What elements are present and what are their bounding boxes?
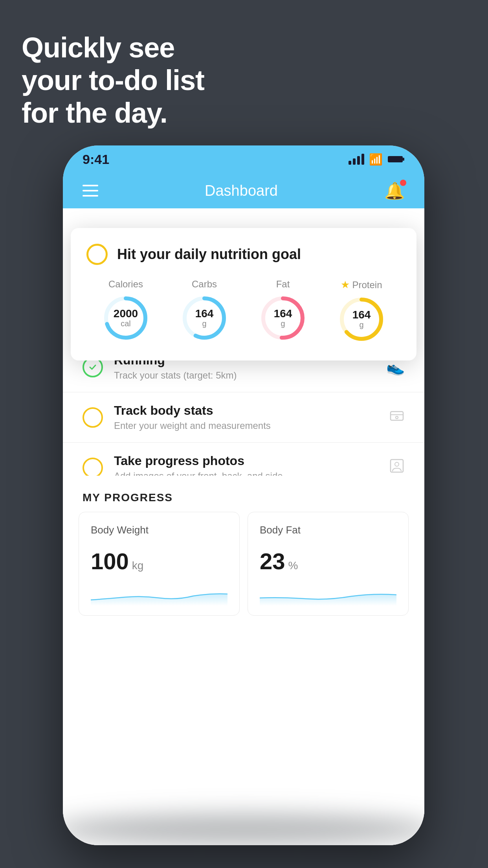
status-bar: 9:41 📶: [63, 145, 424, 173]
protein-label: ★ Protein: [341, 279, 382, 291]
running-sub: Track your stats (target: 5km): [114, 370, 375, 381]
calories-ring: 2000 cal: [102, 294, 149, 342]
body-stats-text: Track body stats Enter your weight and m…: [114, 403, 378, 431]
nutrition-card[interactable]: Hit your daily nutrition goal Calories: [71, 228, 416, 360]
content-background: THINGS TO DO TODAY Hit your daily nutrit…: [63, 208, 424, 845]
calories-label: Calories: [108, 279, 143, 290]
nav-title: Dashboard: [205, 182, 278, 199]
weight-sparkline: [91, 582, 227, 606]
carbs-ring: 164 g: [181, 294, 228, 342]
progress-cards: Body Weight 100 kg: [63, 512, 424, 631]
signal-icon: [349, 154, 364, 165]
weight-number: 100: [91, 548, 129, 574]
progress-section: MY PROGRESS Body Weight 100 kg: [63, 476, 424, 631]
fat-number: 23: [260, 548, 285, 574]
protein-unit: g: [352, 320, 371, 329]
scale-icon: [389, 408, 405, 427]
svg-point-14: [395, 462, 399, 466]
notification-dot: [400, 180, 406, 186]
check-icon: [88, 363, 97, 371]
svg-rect-0: [388, 156, 403, 162]
fat-unit: g: [274, 319, 292, 328]
headline: Quickly see your to-do list for the day.: [22, 31, 204, 129]
svg-rect-1: [403, 158, 404, 161]
card-header: Hit your daily nutrition goal: [86, 244, 401, 265]
fat-card-title: Body Fat: [260, 524, 396, 536]
shoe-icon: 👟: [386, 359, 405, 376]
fat-percent-unit: %: [288, 559, 298, 572]
person-icon: [389, 458, 405, 477]
progress-heading: MY PROGRESS: [63, 476, 424, 512]
fat-value-container: 23 %: [260, 548, 396, 574]
stat-fat: Fat 164 g: [259, 279, 306, 342]
svg-point-12: [396, 416, 398, 419]
body-stats-title: Track body stats: [114, 403, 378, 418]
carbs-unit: g: [195, 319, 214, 328]
battery-icon: [387, 155, 405, 164]
stat-protein: ★ Protein 164 g: [338, 279, 385, 343]
todo-list: Running Track your stats (target: 5km) 👟…: [63, 342, 424, 493]
fat-label: Fat: [276, 279, 290, 290]
todo-item-body-stats[interactable]: Track body stats Enter your weight and m…: [63, 392, 424, 443]
carbs-label: Carbs: [192, 279, 217, 290]
photos-title: Take progress photos: [114, 454, 378, 468]
nutrition-stats: Calories 2000 cal: [86, 279, 401, 343]
nutrition-check-circle[interactable]: [86, 244, 108, 265]
calories-unit: cal: [114, 319, 138, 328]
phone-mockup: 9:41 📶 Dashboard 🔔: [63, 145, 424, 845]
fat-sparkline: [260, 582, 396, 606]
fat-value: 164: [274, 307, 292, 320]
photos-check[interactable]: [83, 458, 103, 478]
stat-carbs: Carbs 164 g: [181, 279, 228, 342]
protein-value: 164: [352, 309, 371, 321]
body-stats-check[interactable]: [83, 407, 103, 428]
body-stats-sub: Enter your weight and measurements: [114, 420, 378, 431]
weight-unit: kg: [132, 559, 144, 572]
status-time: 9:41: [83, 152, 109, 167]
star-icon: ★: [341, 279, 350, 291]
stat-calories: Calories 2000 cal: [102, 279, 149, 342]
wifi-icon: 📶: [369, 153, 383, 166]
fat-ring: 164 g: [259, 294, 306, 342]
progress-card-fat[interactable]: Body Fat 23 %: [248, 512, 409, 616]
notification-button[interactable]: 🔔: [384, 181, 405, 200]
menu-button[interactable]: [83, 185, 98, 197]
status-icons: 📶: [349, 153, 405, 166]
calories-value: 2000: [114, 307, 138, 320]
protein-ring: 164 g: [338, 296, 385, 343]
carbs-value: 164: [195, 307, 214, 320]
weight-value-container: 100 kg: [91, 548, 227, 574]
phone-content: THINGS TO DO TODAY Hit your daily nutrit…: [63, 208, 424, 845]
weight-card-title: Body Weight: [91, 524, 227, 536]
progress-card-weight[interactable]: Body Weight 100 kg: [79, 512, 240, 616]
nutrition-title: Hit your daily nutrition goal: [117, 246, 301, 263]
nav-bar: Dashboard 🔔: [63, 173, 424, 208]
card-shadow: [63, 814, 424, 845]
